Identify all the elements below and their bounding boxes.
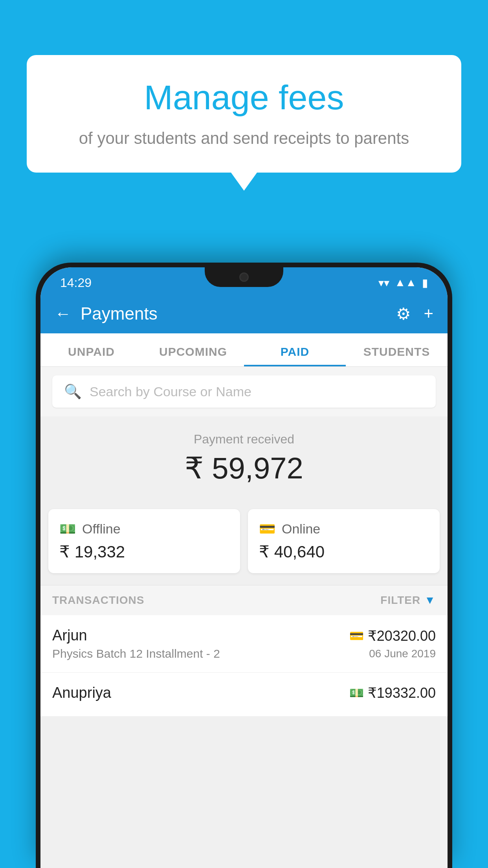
transaction-right-1: 💳 ₹20320.00 06 June 2019 bbox=[349, 628, 436, 660]
tab-upcoming[interactable]: UPCOMING bbox=[142, 333, 244, 366]
settings-icon[interactable]: ⚙ bbox=[396, 304, 411, 324]
phone-frame: 14:29 ▾▾ ▲▲ ▮ ← Payments ⚙ + UNPAID UPCO… bbox=[36, 263, 452, 868]
transaction-date-1: 06 June 2019 bbox=[349, 647, 436, 660]
tab-paid[interactable]: PAID bbox=[244, 333, 346, 366]
header-title: Payments bbox=[81, 304, 387, 324]
search-container: 🔍 Search by Course or Name bbox=[40, 367, 448, 416]
phone-screen: 14:29 ▾▾ ▲▲ ▮ ← Payments ⚙ + UNPAID UPCO… bbox=[40, 267, 448, 868]
transaction-left-2: Anupriya bbox=[52, 684, 349, 704]
offline-card: 💵 Offline ₹ 19,332 bbox=[48, 509, 240, 573]
back-button[interactable]: ← bbox=[55, 304, 71, 323]
payment-type-icon-1: 💳 bbox=[349, 629, 364, 643]
payment-cards: 💵 Offline ₹ 19,332 💳 Online ₹ 40,640 bbox=[40, 509, 448, 585]
transaction-name-2: Anupriya bbox=[52, 684, 349, 701]
status-icons: ▾▾ ▲▲ ▮ bbox=[378, 276, 428, 289]
header-icons: ⚙ + bbox=[396, 304, 433, 324]
speech-bubble-container: Manage fees of your students and send re… bbox=[27, 55, 461, 173]
transaction-row[interactable]: Arjun Physics Batch 12 Installment - 2 💳… bbox=[40, 615, 448, 673]
status-time: 14:29 bbox=[60, 276, 92, 290]
camera bbox=[239, 272, 249, 282]
tabs-bar: UNPAID UPCOMING PAID STUDENTS bbox=[40, 333, 448, 367]
offline-amount: ₹ 19,332 bbox=[59, 542, 229, 561]
transactions-header: TRANSACTIONS FILTER ▼ bbox=[40, 585, 448, 615]
transaction-left-1: Arjun Physics Batch 12 Installment - 2 bbox=[52, 627, 349, 660]
search-bar[interactable]: 🔍 Search by Course or Name bbox=[52, 375, 436, 408]
transaction-right-2: 💵 ₹19332.00 bbox=[349, 685, 436, 704]
battery-icon: ▮ bbox=[422, 276, 428, 289]
tab-unpaid[interactable]: UNPAID bbox=[40, 333, 142, 366]
transaction-name-1: Arjun bbox=[52, 627, 349, 644]
tab-students[interactable]: STUDENTS bbox=[346, 333, 448, 366]
payment-received-amount: ₹ 59,972 bbox=[52, 451, 436, 485]
online-label: Online bbox=[282, 521, 320, 537]
app-header: ← Payments ⚙ + bbox=[40, 294, 448, 333]
payment-type-icon-2: 💵 bbox=[349, 686, 364, 700]
offline-label: Offline bbox=[82, 521, 121, 537]
online-card-top: 💳 Online bbox=[259, 521, 429, 537]
payment-received-section: Payment received ₹ 59,972 bbox=[40, 416, 448, 509]
filter-icon: ▼ bbox=[424, 594, 436, 607]
filter-button[interactable]: FILTER ▼ bbox=[380, 594, 436, 607]
speech-bubble: Manage fees of your students and send re… bbox=[27, 55, 461, 173]
transaction-amount-2: 💵 ₹19332.00 bbox=[349, 685, 436, 701]
transaction-amount-1: 💳 ₹20320.00 bbox=[349, 628, 436, 644]
search-input[interactable]: Search by Course or Name bbox=[90, 384, 251, 399]
wifi-icon: ▾▾ bbox=[378, 276, 389, 289]
online-icon: 💳 bbox=[259, 521, 275, 537]
online-card: 💳 Online ₹ 40,640 bbox=[248, 509, 440, 573]
transactions-label: TRANSACTIONS bbox=[52, 594, 144, 607]
offline-card-top: 💵 Offline bbox=[59, 521, 229, 537]
add-icon[interactable]: + bbox=[424, 304, 433, 323]
offline-icon: 💵 bbox=[59, 521, 76, 537]
online-amount: ₹ 40,640 bbox=[259, 542, 429, 561]
phone-notch bbox=[205, 267, 283, 287]
signal-icon: ▲▲ bbox=[395, 276, 416, 289]
bubble-title: Manage fees bbox=[58, 79, 430, 117]
transaction-course-1: Physics Batch 12 Installment - 2 bbox=[52, 647, 349, 660]
payment-received-label: Payment received bbox=[52, 432, 436, 447]
bubble-subtitle: of your students and send receipts to pa… bbox=[58, 128, 430, 149]
transaction-row[interactable]: Anupriya 💵 ₹19332.00 bbox=[40, 673, 448, 717]
search-icon: 🔍 bbox=[64, 383, 82, 400]
